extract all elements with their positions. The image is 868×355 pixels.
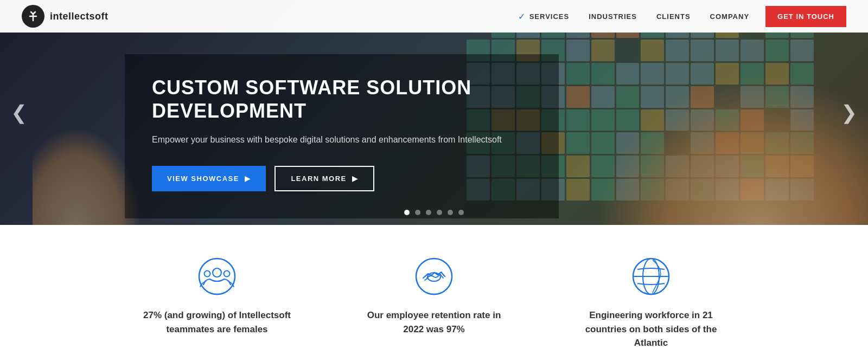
logo-area[interactable]: intellectsoft [22, 5, 108, 28]
view-showcase-button[interactable]: VIEW SHOWCASE ▶ [152, 166, 266, 191]
handshake-icon [415, 257, 453, 295]
svg-point-3 [224, 271, 230, 277]
slide-dot-1[interactable] [415, 210, 420, 215]
logo-icon [22, 5, 44, 28]
sidebar-item-clients[interactable]: CLIENTS [656, 11, 691, 21]
stats-section: 27% (and growing) of Intellectsoft teamm… [0, 225, 868, 355]
hero-content-box: CUSTOM SOFTWARE SOLUTION DEVELOPMENT Emp… [125, 54, 559, 218]
slide-dots [404, 210, 464, 215]
hero-buttons: VIEW SHOWCASE ▶ LEARN MORE ▶ [152, 166, 532, 191]
svg-point-2 [205, 271, 210, 277]
navbar: intellectsoft ✓ SERVICES INDUSTRIES CLIE… [0, 0, 868, 33]
stat-retention: Our employee retention rate in 2022 was … [358, 257, 510, 350]
nav-links: SERVICES INDUSTRIES CLIENTS COMPANY [529, 11, 749, 21]
hero-title: CUSTOM SOFTWARE SOLUTION DEVELOPMENT [152, 76, 532, 122]
stat-retention-text: Our employee retention rate in 2022 was … [358, 308, 510, 336]
hero-subtitle: Empower your business with bespoke digit… [152, 133, 532, 146]
nav-checkmark-icon: ✓ [518, 11, 525, 22]
get-in-touch-button[interactable]: GET IN TOUCH [765, 6, 846, 27]
logo-text: intellectsoft [50, 11, 108, 22]
slide-dot-2[interactable] [426, 210, 431, 215]
hero-hands-right [597, 73, 868, 225]
next-slide-button[interactable]: ❯ [830, 96, 868, 130]
slide-dot-0[interactable] [404, 210, 410, 215]
team-icon [198, 257, 236, 295]
slide-dot-4[interactable] [448, 210, 453, 215]
prev-slide-button[interactable]: ❮ [0, 96, 38, 130]
arrow-right-outline-icon: ▶ [352, 175, 359, 183]
stat-countries: Engineering workforce in 21 countries on… [575, 257, 727, 350]
stat-females: 27% (and growing) of Intellectsoft teamm… [141, 257, 293, 350]
stat-females-text: 27% (and growing) of Intellectsoft teamm… [141, 308, 293, 336]
sidebar-item-services[interactable]: SERVICES [529, 11, 570, 21]
arrow-right-icon: ▶ [245, 175, 251, 183]
slide-dot-5[interactable] [458, 210, 464, 215]
sidebar-item-industries[interactable]: INDUSTRIES [589, 11, 637, 21]
hero-section: ❮ CUSTOM SOFTWARE SOLUTION DEVELOPMENT E… [0, 0, 868, 225]
slide-dot-3[interactable] [437, 210, 442, 215]
learn-more-button[interactable]: LEARN MORE ▶ [275, 166, 374, 191]
globe-icon [632, 257, 670, 295]
svg-point-1 [213, 268, 221, 277]
stat-countries-text: Engineering workforce in 21 countries on… [575, 308, 727, 350]
sidebar-item-company[interactable]: COMPANY [710, 11, 749, 21]
